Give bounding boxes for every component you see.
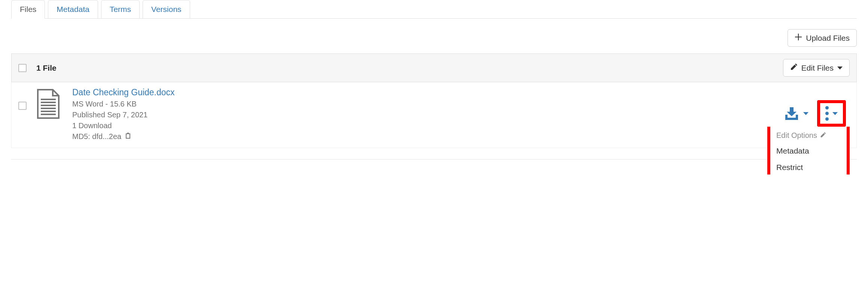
- file-name: Date Checking Guide.docx: [72, 87, 175, 98]
- svg-rect-6: [126, 134, 130, 138]
- file-row: Date Checking Guide.docx MS Word - 15.6 …: [11, 82, 857, 148]
- dropdown-header-label: Edit Options: [776, 131, 817, 140]
- file-downloads: 1 Download: [72, 121, 175, 130]
- dropdown-item-restrict[interactable]: Restrict: [776, 159, 841, 175]
- file-select-checkbox[interactable]: [18, 102, 27, 110]
- page: Files Metadata Terms Versions Upload Fil…: [0, 0, 868, 175]
- upload-row: Upload Files: [11, 19, 857, 53]
- caret-down-icon: [803, 112, 808, 115]
- dropdown-header: Edit Options: [776, 131, 841, 143]
- file-info: Date Checking Guide.docx MS Word - 15.6 …: [72, 87, 175, 141]
- file-checkbox-cell: [18, 87, 27, 110]
- pencil-icon: [820, 131, 826, 140]
- caret-down-icon: [832, 112, 838, 115]
- tab-terms[interactable]: Terms: [101, 0, 140, 19]
- tab-label: Metadata: [57, 5, 89, 13]
- kebab-icon: [825, 106, 829, 121]
- file-row-left: Date Checking Guide.docx MS Word - 15.6 …: [18, 87, 175, 141]
- file-type-size: MS Word - 15.6 KB: [72, 100, 175, 108]
- file-md5-row: MD5: dfd...2ea: [72, 132, 175, 141]
- upload-files-button[interactable]: Upload Files: [788, 29, 857, 47]
- file-kebab-button[interactable]: [817, 100, 846, 127]
- file-name-link[interactable]: Date Checking Guide.docx: [72, 87, 175, 97]
- tab-versions[interactable]: Versions: [143, 0, 190, 19]
- tabs-bar: Files Metadata Terms Versions: [11, 0, 857, 19]
- files-header-left: 1 File: [18, 64, 57, 72]
- pencil-icon: [790, 63, 798, 72]
- svg-rect-8: [785, 118, 798, 120]
- document-icon: [36, 87, 63, 121]
- select-all-checkbox[interactable]: [18, 64, 27, 72]
- dropdown-item-metadata[interactable]: Metadata: [776, 143, 841, 159]
- svg-rect-9: [785, 115, 788, 118]
- tab-label: Versions: [151, 5, 182, 13]
- caret-down-icon: [837, 67, 843, 70]
- files-count-label: 1 File: [36, 64, 57, 72]
- file-actions: Edit Options Metadata Restrict Replace D…: [777, 87, 850, 127]
- clipboard-icon[interactable]: [125, 132, 132, 141]
- file-published: Published Sep 7, 2021: [72, 111, 175, 119]
- file-edit-dropdown: Edit Options Metadata Restrict Replace D…: [767, 127, 850, 175]
- files-header: 1 File Edit Files: [11, 53, 857, 82]
- edit-files-label: Edit Files: [801, 64, 834, 72]
- plus-icon: [795, 33, 802, 43]
- edit-files-button[interactable]: Edit Files: [783, 59, 850, 77]
- tab-label: Terms: [110, 5, 131, 13]
- tab-label: Files: [20, 5, 36, 13]
- svg-rect-10: [796, 115, 798, 118]
- download-button[interactable]: [777, 102, 815, 125]
- svg-rect-7: [127, 133, 129, 134]
- upload-files-label: Upload Files: [806, 34, 850, 43]
- file-md5: MD5: dfd...2ea: [72, 132, 121, 141]
- divider: [11, 159, 857, 160]
- tab-files[interactable]: Files: [11, 0, 45, 19]
- download-icon: [784, 106, 800, 121]
- tab-metadata[interactable]: Metadata: [48, 0, 98, 19]
